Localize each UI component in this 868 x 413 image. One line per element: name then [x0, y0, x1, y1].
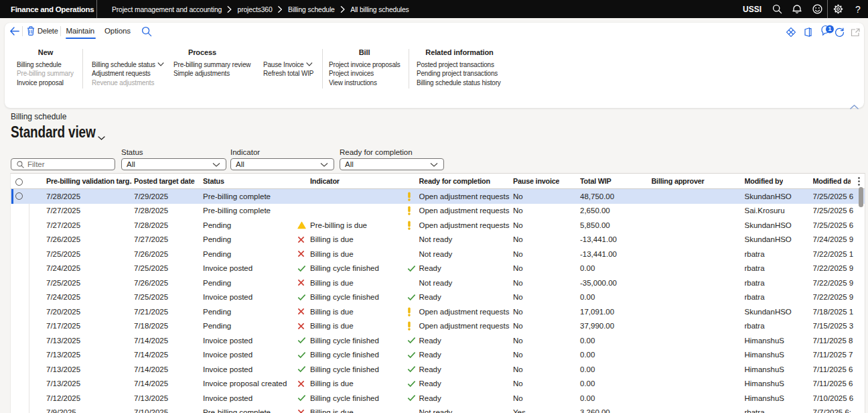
grid-row[interactable]: 7/13/20257/14/2025Invoice postedBilling …	[11, 333, 865, 348]
cell-pause-invoice: No	[513, 276, 563, 290]
cell-posted-target-date: 7/10/2025	[134, 406, 201, 413]
grid-row[interactable]: 7/9/20257/10/2025Pre-billing completeBil…	[11, 406, 865, 413]
column-header-posted-target-date[interactable]: Posted target date	[134, 174, 195, 188]
grid-row[interactable]: 7/12/20257/13/2025Invoice postedBilling …	[11, 391, 865, 406]
page-title[interactable]: Standard view	[11, 123, 95, 141]
cell-validation-target: 7/13/2025	[46, 348, 132, 363]
check-icon	[297, 391, 306, 406]
cell-status: Invoice posted	[203, 333, 295, 348]
grid-row[interactable]: 7/17/20257/18/2025PendingBilling is dueO…	[11, 319, 865, 334]
ribbon-item-label: View instructions	[329, 78, 377, 86]
ribbon-item[interactable]: Project invoices	[329, 68, 374, 78]
vertical-scrollbar-thumb[interactable]	[859, 187, 863, 207]
view-chevron-icon[interactable]	[98, 131, 105, 143]
ribbon-item[interactable]: Refresh total WIP	[263, 68, 313, 78]
collapse-ribbon-chevron[interactable]	[850, 100, 859, 112]
grid-row[interactable]: 7/25/20257/26/2025PendingBilling is dueN…	[11, 247, 865, 261]
app-title: Finance and Operations	[11, 0, 94, 18]
message-badge-icon[interactable]: 1	[821, 27, 830, 37]
cell-ready-for-completion: Ready	[419, 391, 510, 406]
ribbon-item[interactable]: Simple adjustments	[173, 68, 230, 78]
cell-indicator: Billing cycle finished	[310, 333, 404, 348]
column-header-ready-for-completion[interactable]: Ready for completion	[419, 174, 490, 188]
search-icon[interactable]	[767, 0, 787, 18]
cell-posted-target-date: 7/21/2025	[134, 304, 201, 319]
bell-icon[interactable]	[787, 0, 807, 18]
column-header-modified-date[interactable]: Modified dat	[813, 174, 851, 188]
tab-options[interactable]: Options	[104, 24, 131, 38]
back-button[interactable]	[9, 27, 20, 36]
selected-tab-underline	[66, 38, 96, 40]
indicator-filter-dropdown[interactable]: All	[230, 158, 334, 170]
action-search-icon[interactable]	[141, 26, 152, 40]
grid-row[interactable]: 7/24/20257/25/2025Invoice postedBilling …	[11, 290, 865, 305]
breadcrumb-item[interactable]: All billing schedules	[350, 5, 409, 13]
warning-exclamation-icon	[407, 204, 411, 219]
grid-row[interactable]: 7/24/20257/25/2025Invoice postedBilling …	[11, 261, 865, 276]
row-select-radio[interactable]	[15, 192, 23, 200]
cell-total-wip: 0.00	[580, 348, 640, 363]
column-header-pause-invoice[interactable]: Pause invoice	[513, 174, 559, 188]
smiley-icon[interactable]	[807, 0, 827, 18]
ribbon-item[interactable]: Billing schedule status	[92, 60, 164, 69]
power-apps-icon[interactable]	[786, 27, 796, 37]
ribbon-item[interactable]: Posted project transactions	[417, 60, 494, 69]
ribbon-item[interactable]: Pause Invoice	[263, 60, 313, 69]
cell-modified-by: Sai.Krosuru	[745, 204, 802, 219]
ribbon-item[interactable]: Invoice proposal	[17, 78, 64, 87]
status-filter-dropdown[interactable]: All	[121, 158, 226, 170]
cell-total-wip: 17,091.00	[580, 304, 640, 319]
ribbon-item[interactable]: Pending project transactions	[417, 68, 498, 78]
grid-row[interactable]: 7/27/20257/28/2025PendingPre-billing is …	[11, 218, 865, 233]
breadcrumb-item[interactable]: Billing schedule	[288, 5, 335, 13]
grid-row[interactable]: 7/25/20257/26/2025PendingBilling is dueN…	[11, 276, 865, 290]
toolbar-divider	[60, 26, 61, 36]
ribbon-item[interactable]: Project invoice proposals	[329, 60, 401, 69]
breadcrumb-item[interactable]: projects360	[238, 5, 273, 13]
cell-validation-target: 7/20/2025	[46, 304, 132, 319]
ribbon-item[interactable]: Billing schedule status history	[417, 78, 501, 87]
ribbon-item[interactable]: Billing schedule	[17, 60, 62, 69]
grid-row[interactable]: 7/13/20257/14/2025Invoice postedBilling …	[11, 348, 865, 363]
cell-modified-date: 7/24/2025 9	[813, 233, 859, 247]
cell-validation-target: 7/13/2025	[46, 333, 132, 348]
column-header-validation-target[interactable]: Pre-billing validation targ...	[46, 174, 132, 188]
column-options-icon[interactable]	[854, 174, 863, 188]
ribbon-item[interactable]: Adjustment requests	[92, 68, 151, 78]
quick-filter-input[interactable]	[11, 158, 115, 170]
grid-row[interactable]: 7/28/20257/29/2025Pre-billing completeOp…	[11, 189, 865, 204]
cell-total-wip: 48,750.00	[580, 189, 640, 204]
ready-filter-dropdown[interactable]: All	[340, 158, 444, 170]
help-icon[interactable]: ?	[848, 0, 868, 18]
check-icon	[297, 261, 306, 276]
grid-row[interactable]: 7/26/20257/27/2025PendingBilling is dueN…	[11, 233, 865, 247]
cell-status: Pending	[203, 218, 295, 233]
grid-row[interactable]: 7/13/20257/14/2025Invoice postedBilling …	[11, 362, 865, 377]
cell-posted-target-date: 7/18/2025	[134, 319, 201, 334]
column-header-total-wip[interactable]: Total WIP	[580, 174, 611, 188]
column-header-billing-approver[interactable]: Billing approver	[652, 174, 705, 188]
grid-row[interactable]: 7/27/20257/28/2025Pre-billing completeOp…	[11, 204, 865, 219]
refresh-icon[interactable]	[835, 27, 844, 37]
column-header-modified-by[interactable]: Modified by	[745, 174, 784, 188]
column-header-status[interactable]: Status	[203, 174, 224, 188]
cell-validation-target: 7/27/2025	[46, 218, 132, 233]
breadcrumb-item[interactable]: Project management and accounting	[112, 5, 222, 13]
cell-posted-target-date: 7/13/2025	[134, 391, 201, 406]
cell-modified-date: 7/15/2025 3	[813, 319, 859, 334]
ribbon-item[interactable]: View instructions	[329, 78, 377, 87]
tab-maintain[interactable]: Maintain	[66, 24, 95, 38]
grid-row[interactable]: 7/13/20257/14/2025Invoice proposal creat…	[11, 377, 865, 392]
gear-icon[interactable]	[828, 0, 848, 18]
open-in-office-icon[interactable]	[804, 27, 813, 37]
delete-button[interactable]: Delete	[27, 24, 58, 38]
open-in-new-window-icon[interactable]	[851, 27, 860, 37]
chevron-down-icon	[212, 163, 220, 167]
column-header-indicator[interactable]: Indicator	[310, 174, 340, 188]
cell-indicator: Billing is due	[310, 377, 404, 392]
filter-input[interactable]	[27, 160, 101, 168]
select-all-radio[interactable]	[15, 178, 23, 186]
ribbon-item[interactable]: Pre-billing summary review	[173, 60, 250, 69]
ribbon-item-label: Adjustment requests	[92, 69, 151, 77]
grid-row[interactable]: 7/20/20257/21/2025PendingBilling is dueO…	[11, 304, 865, 319]
